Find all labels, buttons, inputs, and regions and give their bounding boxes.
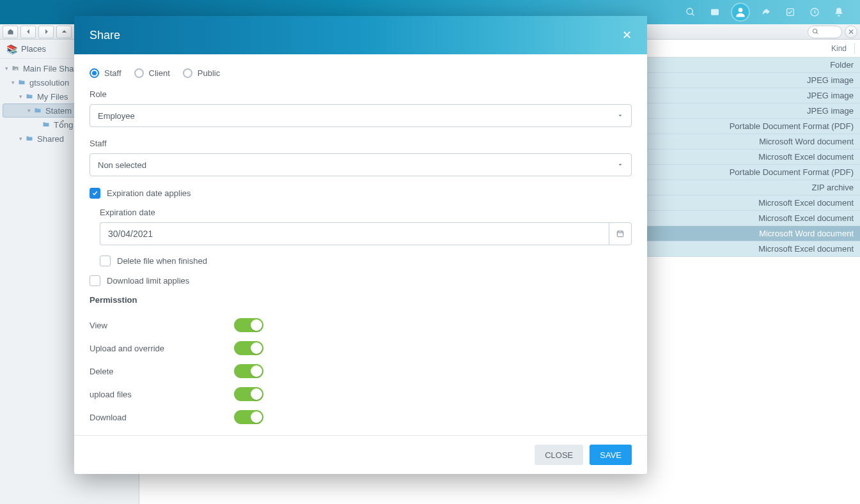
staff-label: Staff <box>90 139 632 148</box>
calendar-icon[interactable] <box>609 222 632 245</box>
radio-client[interactable]: Client <box>134 68 170 78</box>
permission-label: Download <box>90 413 234 422</box>
radio-label: Client <box>149 68 170 78</box>
permission-row: View <box>90 314 632 337</box>
radio-public[interactable]: Public <box>183 68 220 78</box>
download-limit-label: Download limit applies <box>107 276 189 286</box>
share-modal: Share ✕ StaffClientPublic Role Employee … <box>74 16 647 474</box>
modal-footer: CLOSE SAVE <box>74 435 647 474</box>
close-icon[interactable]: ✕ <box>622 28 632 42</box>
expiration-date-label: Expiration date <box>100 208 632 217</box>
share-type-radio-group: StaffClientPublic <box>90 68 632 78</box>
radio-icon <box>90 68 99 78</box>
permission-row: Download <box>90 406 632 429</box>
toggle-upload-and-override[interactable] <box>234 341 263 355</box>
delete-when-finished-checkbox[interactable]: Delete file when finished <box>100 256 632 266</box>
expiration-applies-label: Expiration date applies <box>107 188 191 198</box>
role-label: Role <box>90 89 632 99</box>
chevron-down-icon <box>617 111 623 121</box>
permission-row: upload files <box>90 383 632 406</box>
modal-header: Share ✕ <box>74 16 647 54</box>
svg-rect-8 <box>617 231 623 237</box>
expiration-date-input[interactable] <box>100 222 609 245</box>
toggle-download[interactable] <box>234 410 263 424</box>
permission-section-title: Permisstion <box>90 295 632 305</box>
delete-when-finished-label: Delete file when finished <box>117 256 207 266</box>
download-limit-checkbox[interactable]: Download limit applies <box>90 275 632 286</box>
permission-label: Delete <box>90 367 234 376</box>
permission-label: View <box>90 321 234 330</box>
role-value: Employee <box>98 111 135 121</box>
toggle-view[interactable] <box>234 318 263 332</box>
staff-value: Non selected <box>98 160 146 170</box>
role-select[interactable]: Employee <box>90 104 632 127</box>
permission-label: Upload and override <box>90 344 234 353</box>
permission-row: Delete <box>90 360 632 383</box>
checkbox-icon <box>100 256 111 266</box>
radio-staff[interactable]: Staff <box>90 68 121 78</box>
toggle-upload-files[interactable] <box>234 387 263 401</box>
radio-icon <box>183 68 192 78</box>
radio-label: Staff <box>104 68 121 78</box>
expiration-applies-checkbox[interactable]: Expiration date applies <box>90 188 632 199</box>
permission-row: Upload and override <box>90 337 632 360</box>
modal-title: Share <box>90 29 120 42</box>
checkbox-icon <box>90 275 100 286</box>
chevron-down-icon <box>617 160 623 170</box>
toggle-delete[interactable] <box>234 364 263 378</box>
radio-icon <box>134 68 144 78</box>
save-button[interactable]: SAVE <box>590 445 632 465</box>
radio-label: Public <box>198 68 220 78</box>
close-button[interactable]: CLOSE <box>535 445 583 465</box>
staff-select[interactable]: Non selected <box>90 153 632 176</box>
permission-label: upload files <box>90 390 234 399</box>
checkbox-checked-icon <box>90 188 100 199</box>
